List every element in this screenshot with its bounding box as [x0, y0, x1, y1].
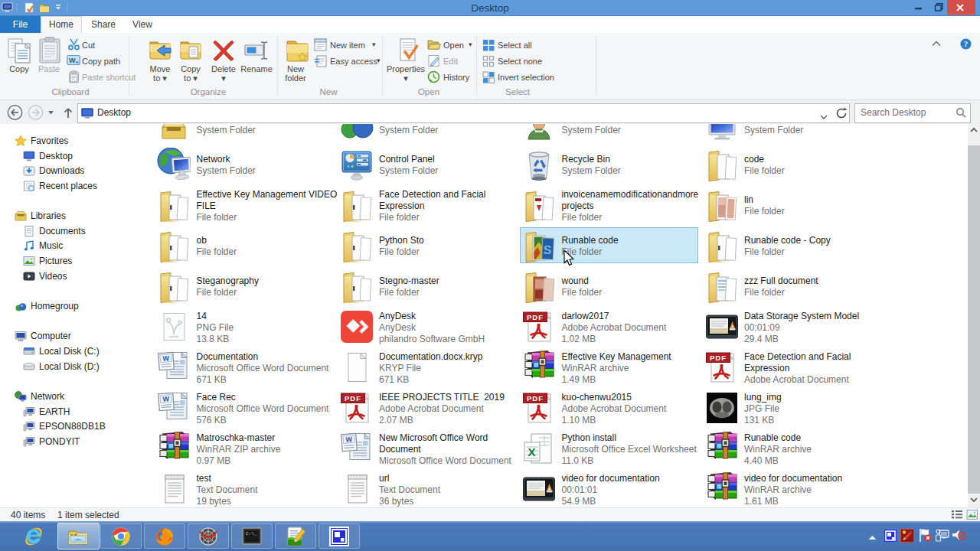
svg-text:W: W	[69, 57, 76, 64]
svg-text:?: ?	[964, 40, 968, 48]
